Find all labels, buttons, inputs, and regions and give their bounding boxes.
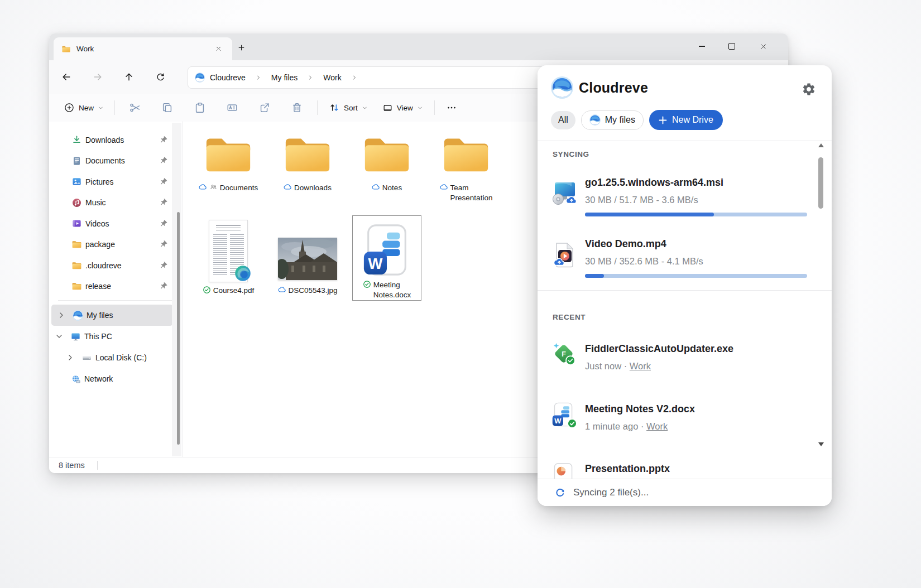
sidebar-item-documents[interactable]: Documents [49, 151, 182, 172]
forward-button[interactable] [88, 68, 107, 86]
scissors-icon [129, 102, 141, 114]
folder-icon [440, 133, 492, 176]
recent-item-name[interactable]: FiddlerClassicAutoUpdater.exe [585, 343, 733, 355]
up-button[interactable] [119, 68, 138, 86]
new-tab-button[interactable] [234, 41, 248, 54]
file-name-line2: Notes.docx [373, 290, 411, 300]
sidebar-item-local-disk[interactable]: Local Disk (C:) [49, 347, 182, 368]
item-count: 8 items [59, 461, 85, 470]
sidebar-item-label: Pictures [85, 177, 114, 186]
tab-bar: Work [49, 33, 788, 60]
panel-title: Cloudreve [579, 80, 648, 96]
this-pc-icon [70, 331, 81, 342]
filter-all[interactable]: All [551, 111, 575, 129]
chevron-right-icon [255, 74, 262, 81]
folder-notes[interactable]: Notes [347, 133, 426, 203]
close-button[interactable] [750, 33, 776, 59]
paste-button[interactable] [184, 98, 216, 118]
forward-arrow-icon [92, 71, 103, 83]
more-options-button[interactable] [439, 98, 464, 118]
gear-icon[interactable] [802, 82, 816, 97]
breadcrumb-cloudreve[interactable]: Cloudreve [210, 73, 246, 82]
sidebar-item-downloads[interactable]: Downloads [49, 129, 182, 151]
recent-item-location-link[interactable]: Work [630, 361, 651, 371]
refresh-icon [155, 72, 166, 83]
breadcrumb-my-files[interactable]: My files [271, 73, 298, 82]
scroll-down-arrow[interactable] [818, 442, 824, 446]
sidebar-item-release[interactable]: release [49, 276, 182, 297]
plus-icon [659, 116, 667, 124]
breadcrumb-work[interactable]: Work [323, 73, 341, 82]
sidebar-item-package[interactable]: package [49, 234, 182, 256]
sidebar-scrollbar-thumb[interactable] [177, 212, 180, 445]
file-meeting-notes-docx-selected[interactable]: Meeting Notes.docx [352, 215, 421, 301]
sidebar-item-music[interactable]: Music [49, 192, 182, 214]
plus-icon [237, 44, 246, 52]
maximize-button[interactable] [719, 33, 745, 59]
sidebar-item-label: package [85, 240, 115, 249]
plus-circle-icon [64, 102, 75, 113]
folder-documents[interactable]: Documents [189, 133, 268, 203]
file-dsc05543-jpg[interactable]: DSC05543.jpg [268, 215, 347, 301]
cloud-sync-icon [278, 286, 286, 294]
powerpoint-file-icon [551, 462, 575, 479]
sort-button[interactable]: Sort [322, 98, 375, 118]
copy-button[interactable] [151, 98, 184, 118]
downloads-icon [71, 134, 82, 145]
trash-icon [291, 102, 303, 114]
filter-my-files[interactable]: My files [581, 110, 644, 130]
pin-icon [159, 219, 167, 228]
copy-icon [161, 102, 174, 114]
tab-work[interactable]: Work [54, 37, 232, 60]
sidebar-item-network[interactable]: Network [49, 368, 182, 389]
file-course4-pdf[interactable]: Course4.pdf [189, 215, 268, 301]
sidebar-item-pictures[interactable]: Pictures [49, 171, 182, 192]
pin-icon [159, 136, 167, 144]
edge-logo-icon [234, 265, 251, 282]
file-name: Course4.pdf [213, 286, 255, 296]
folder-name: Downloads [294, 183, 332, 193]
tab-title: Work [76, 45, 94, 53]
delete-button[interactable] [281, 98, 313, 118]
toolbar-divider [114, 100, 115, 115]
progress-bar [585, 274, 807, 278]
recent-item-name[interactable]: Presentation.pptx [585, 463, 670, 475]
new-button[interactable]: New [57, 98, 111, 118]
cloud-sync-icon [199, 183, 207, 191]
sync-item-name: go1.25.5.windows-arm64.msi [585, 177, 723, 189]
navigation-pane: Downloads Documents Pictures Music Video [49, 122, 182, 457]
folder-team-presentation[interactable]: Team Presentation [426, 133, 506, 203]
rename-button[interactable] [216, 98, 248, 118]
pin-icon [159, 282, 167, 291]
minimize-button[interactable] [689, 33, 714, 59]
network-icon [70, 374, 81, 384]
sidebar-item-this-pc[interactable]: This PC [49, 326, 182, 347]
sidebar-item-my-files-selected[interactable]: My files [51, 305, 173, 326]
sidebar-item-label: Documents [85, 156, 125, 165]
folder-name-line2: Presentation [450, 193, 493, 203]
cut-button[interactable] [119, 98, 151, 118]
synced-badge-icon [567, 418, 578, 429]
scroll-up-arrow[interactable] [818, 143, 824, 147]
tab-close-icon[interactable] [212, 43, 224, 55]
refresh-button[interactable] [151, 68, 170, 86]
sidebar-item-cloudreve-folder[interactable]: .cloudreve [49, 255, 182, 276]
folder-downloads[interactable]: Downloads [268, 133, 347, 203]
folder-name: Notes [382, 183, 402, 193]
pin-icon [159, 261, 167, 269]
synced-check-icon [203, 286, 211, 294]
view-button[interactable]: View [375, 98, 430, 118]
recent-item-location-link[interactable]: Work [646, 421, 668, 431]
recent-item-name[interactable]: Meeting Notes V2.docx [585, 403, 695, 415]
sidebar-item-videos[interactable]: Videos [49, 213, 182, 234]
progress-bar [585, 213, 807, 216]
new-drive-button[interactable]: New Drive [649, 110, 723, 130]
pictures-icon [71, 176, 82, 187]
share-button[interactable] [248, 98, 281, 118]
sidebar-item-label: Videos [85, 219, 109, 228]
documents-icon [71, 156, 82, 166]
sidebar-item-label: My files [87, 311, 113, 320]
panel-scrollbar-thumb[interactable] [818, 157, 823, 209]
back-button[interactable] [57, 68, 76, 86]
panel-filter-tabs: All My files New Drive [551, 110, 723, 130]
